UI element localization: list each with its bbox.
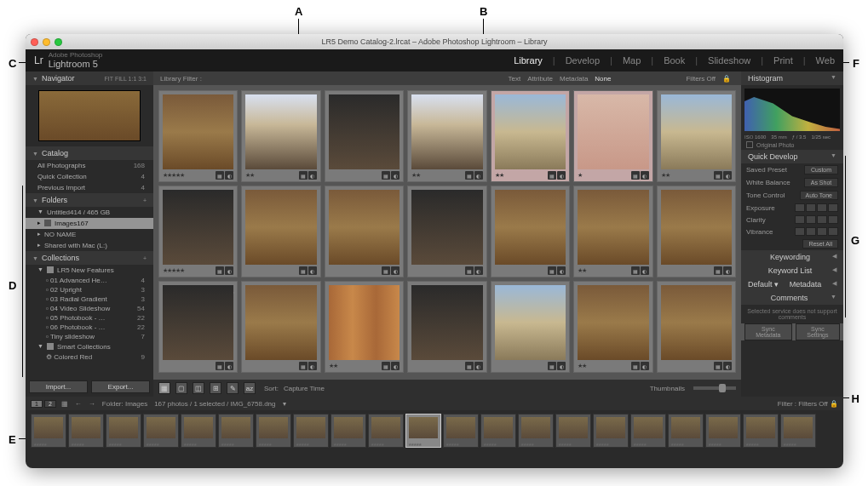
grid-cell[interactable]: 73▦◐ (657, 186, 736, 277)
badge-icon[interactable]: ◐ (474, 266, 483, 275)
thumbnail[interactable] (411, 94, 482, 169)
grid-cell[interactable]: 71▦◐ (491, 186, 570, 277)
thumbnail[interactable] (329, 285, 400, 360)
thumbnail-size-slider[interactable] (693, 386, 736, 390)
step-down-icon[interactable] (795, 215, 805, 224)
sort-value[interactable]: Capture Time (284, 385, 325, 392)
thumbnail[interactable] (495, 94, 566, 169)
thumbnail[interactable] (163, 285, 233, 360)
filmstrip-thumb[interactable] (705, 414, 741, 448)
rating-stars[interactable]: ★★ (495, 172, 503, 179)
thumbnail[interactable] (329, 94, 400, 169)
badge-icon[interactable]: ▦ (465, 362, 474, 370)
step-down-icon[interactable] (806, 203, 816, 212)
collection-set[interactable]: ▼ LR5 New Features (26, 265, 153, 276)
filmstrip-thumb[interactable] (780, 414, 816, 448)
panel-keyword-list[interactable]: Keyword List◀ (741, 264, 843, 277)
grid-cell[interactable]: 78▦◐ (491, 281, 570, 373)
badge-icon[interactable]: ◐ (474, 362, 483, 370)
checkbox-icon[interactable] (746, 141, 753, 148)
badge-icon[interactable]: ◐ (641, 266, 649, 275)
chevron-down-icon[interactable]: ▾ (279, 400, 290, 408)
badge-icon[interactable]: ◐ (557, 266, 566, 275)
badge-icon[interactable]: ◐ (723, 171, 732, 180)
filmstrip-thumb[interactable] (143, 414, 179, 448)
collection-item[interactable]: ▫ 06 Photobook - …22 (26, 323, 153, 332)
filmstrip-thumb[interactable] (630, 414, 666, 448)
export-button[interactable]: Export... (91, 380, 150, 393)
badge-icon[interactable]: ◐ (391, 362, 400, 370)
badge-icon[interactable]: ◐ (557, 362, 566, 370)
badge-icon[interactable]: ▦ (631, 362, 640, 370)
collection-item[interactable]: ▫ 04 Video Slideshow54 (26, 304, 153, 313)
loupe-view-icon[interactable]: ▢ (175, 382, 187, 394)
step-up-icon[interactable] (828, 227, 838, 236)
badge-icon[interactable]: ▦ (465, 171, 474, 180)
quickdev-header[interactable]: Quick Develop ▼ (741, 150, 843, 163)
thumbnail[interactable] (661, 94, 732, 169)
folder-images[interactable]: ▸ Images 167 (26, 218, 153, 229)
rating-stars[interactable]: ★★ (329, 363, 337, 369)
collection-item[interactable]: ▫ Tiny slideshow7 (26, 332, 153, 341)
badge-icon[interactable]: ▦ (465, 266, 474, 275)
import-button[interactable]: Import... (29, 380, 88, 393)
rating-stars[interactable]: ★★★★★ (163, 267, 184, 274)
grid-cell[interactable]: 64★★▦◐ (407, 90, 486, 182)
filmstrip-thumb[interactable] (518, 414, 554, 448)
filmstrip-thumb[interactable] (106, 414, 141, 448)
smart-collection-item[interactable]: ⚙ Colored Red9 (26, 352, 153, 362)
filmstrip-thumb[interactable] (293, 414, 329, 448)
histogram[interactable] (744, 89, 840, 131)
badge-icon[interactable]: ◐ (225, 362, 233, 370)
badge-icon[interactable]: ▦ (548, 266, 556, 275)
collections-header[interactable]: ▼ Collections + (26, 251, 153, 265)
main-window-button[interactable]: 1 (31, 400, 43, 408)
badge-icon[interactable]: ◐ (225, 266, 233, 275)
thumbnail[interactable] (661, 285, 732, 360)
metadata-preset-dropdown[interactable]: Default ▾ (748, 280, 779, 289)
painter-icon[interactable]: ✎ (227, 382, 239, 394)
filmstrip-thumb[interactable] (743, 414, 779, 448)
rating-stars[interactable]: ★★★★★ (163, 172, 184, 179)
thumbnail[interactable] (411, 190, 482, 265)
collection-item[interactable]: ▫ 02 Upright3 (26, 285, 153, 294)
add-collection-icon[interactable]: + (143, 255, 147, 261)
rating-stars[interactable]: ★★ (245, 172, 254, 179)
grid-cell[interactable]: 68▦◐ (241, 186, 320, 277)
thumbnail[interactable] (578, 190, 648, 265)
badge-icon[interactable]: ▦ (714, 266, 722, 275)
thumbnail[interactable] (661, 190, 732, 265)
filmstrip[interactable] (26, 410, 843, 451)
grid-cell[interactable]: 70▦◐ (407, 186, 486, 277)
module-map[interactable]: Map (623, 55, 641, 66)
grid-cell[interactable]: 67★★▦◐ (657, 90, 736, 182)
panel-metadata[interactable]: Default ▾Metadata◀ (741, 277, 843, 291)
folder-drive[interactable]: ▸Shared with Mac (L:) (26, 240, 153, 251)
thumbnail[interactable] (163, 94, 233, 169)
badge-icon[interactable]: ◐ (308, 362, 317, 370)
qd-wb-value[interactable]: As Shot (804, 178, 838, 187)
collection-item[interactable]: ▫ 03 Radial Gradient3 (26, 294, 153, 304)
filmstrip-thumb[interactable] (331, 414, 366, 448)
thumbnail[interactable] (578, 285, 648, 360)
step-up-icon[interactable] (828, 215, 838, 224)
filmstrip-thumb[interactable] (68, 414, 104, 448)
module-web[interactable]: Web (816, 55, 835, 66)
step-up-icon[interactable] (828, 203, 838, 212)
grid-cell[interactable]: 69▦◐ (325, 186, 404, 277)
step-down-icon[interactable] (806, 227, 816, 236)
collection-item[interactable]: ▫ 05 Photobook - …22 (26, 313, 153, 323)
histogram-header[interactable]: Histogram ▼ (741, 71, 843, 85)
filmstrip-thumb[interactable] (593, 414, 629, 448)
badge-icon[interactable]: ▦ (548, 362, 556, 370)
thumbnail[interactable] (329, 190, 400, 265)
rating-stars[interactable]: ★★ (411, 172, 420, 179)
filmstrip-thumb[interactable] (368, 414, 404, 448)
badge-icon[interactable]: ▦ (382, 266, 390, 275)
module-develop[interactable]: Develop (566, 55, 600, 66)
badge-icon[interactable]: ◐ (641, 362, 649, 370)
rating-stars[interactable]: ★★ (661, 172, 670, 179)
grid-view-icon[interactable]: ▦ (158, 382, 170, 394)
badge-icon[interactable]: ▦ (216, 171, 224, 180)
filter-lock-icon[interactable]: 🔒 (722, 75, 731, 83)
